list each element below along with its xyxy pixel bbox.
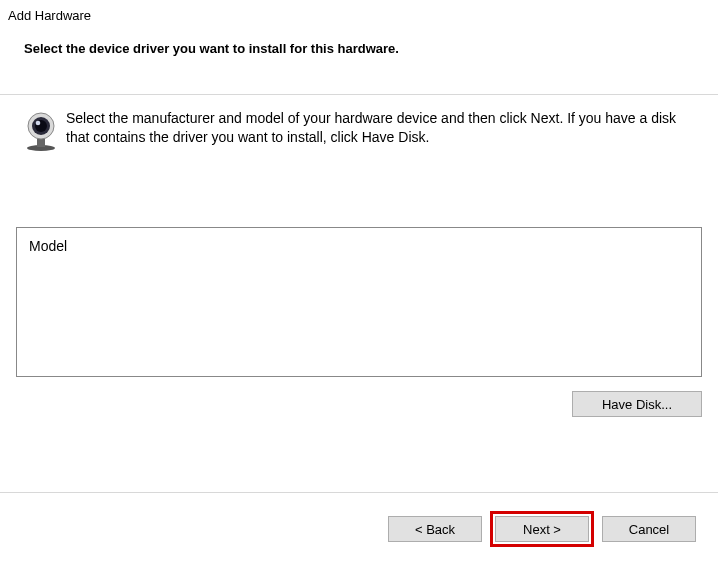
add-hardware-wizard: Add Hardware Select the device driver yo… bbox=[0, 0, 718, 563]
have-disk-button[interactable]: Have Disk... bbox=[572, 391, 702, 417]
page-header: Select the device driver you want to ins… bbox=[0, 27, 718, 94]
content-area: Select the manufacturer and model of you… bbox=[0, 95, 718, 492]
title-bar: Add Hardware bbox=[0, 0, 718, 27]
back-button[interactable]: < Back bbox=[388, 516, 482, 542]
model-list-header: Model bbox=[29, 238, 689, 254]
info-row: Select the manufacturer and model of you… bbox=[16, 109, 702, 151]
window-title: Add Hardware bbox=[8, 8, 708, 23]
cancel-button[interactable]: Cancel bbox=[602, 516, 696, 542]
next-button[interactable]: Next > bbox=[495, 516, 589, 542]
footer-buttons: < Back Next > Cancel bbox=[0, 492, 718, 563]
info-text: Select the manufacturer and model of you… bbox=[66, 109, 702, 147]
have-disk-row: Have Disk... bbox=[16, 391, 702, 417]
webcam-icon bbox=[16, 109, 66, 151]
svg-point-5 bbox=[36, 121, 41, 126]
next-button-highlight: Next > bbox=[490, 511, 594, 547]
model-list[interactable]: Model bbox=[16, 227, 702, 377]
